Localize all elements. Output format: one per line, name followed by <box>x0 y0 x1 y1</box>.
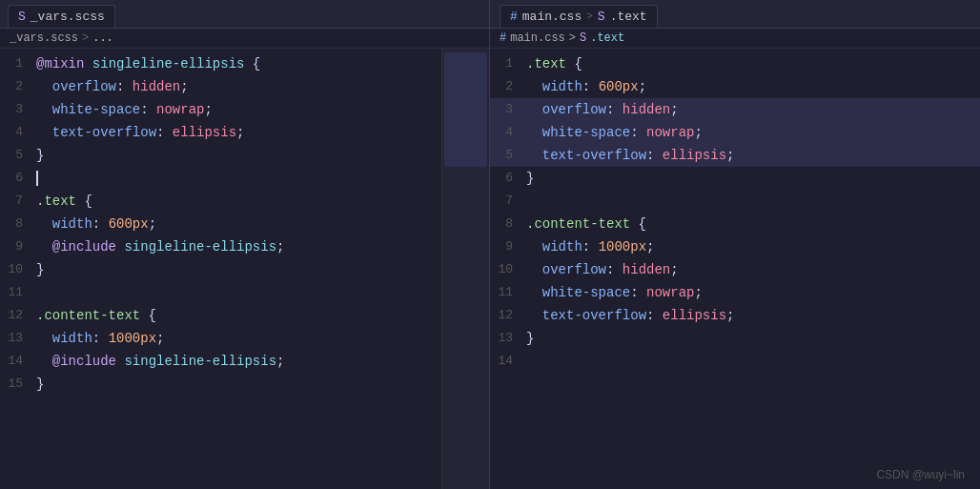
right-breadcrumb-section: .text <box>590 31 624 45</box>
line-number: 11 <box>490 282 526 303</box>
line-number: 1 <box>0 53 36 74</box>
line-number: 6 <box>490 168 526 189</box>
line-number: 14 <box>0 351 36 372</box>
breadcrumb-sep: > <box>82 31 89 45</box>
line-number: 12 <box>0 305 36 326</box>
line-number: 12 <box>490 305 526 326</box>
line-content: width: 1000px; <box>36 328 441 349</box>
line-content: } <box>36 145 441 166</box>
line-content: } <box>36 259 441 280</box>
code-line: 9 @include singleline-ellipsis; <box>0 235 441 258</box>
line-content: .content-text { <box>526 214 980 234</box>
line-content <box>36 168 441 189</box>
code-line: 10} <box>0 258 441 281</box>
line-content: overflow: hidden; <box>526 259 980 280</box>
line-number: 14 <box>490 351 526 372</box>
right-tab-icon2: S <box>598 10 605 24</box>
line-number: 5 <box>490 145 526 166</box>
code-line: 6} <box>490 167 980 190</box>
right-breadcrumb: # main.css > S .text <box>490 29 980 49</box>
code-line: 5} <box>0 144 441 167</box>
right-tab-file2: .text <box>610 10 647 24</box>
code-line: 7.text { <box>0 190 441 213</box>
line-content: white-space: nowrap; <box>36 99 441 120</box>
code-line: 5 text-overflow: ellipsis; <box>490 144 980 167</box>
line-content: .text { <box>526 53 980 74</box>
line-number: 13 <box>490 328 526 349</box>
text-cursor <box>36 171 38 186</box>
right-tab[interactable]: # main.css > S .text <box>500 5 658 28</box>
line-number: 10 <box>490 259 526 280</box>
right-breadcrumb-file: main.css <box>510 31 565 45</box>
line-content: width: 600px; <box>526 76 980 97</box>
line-number: 4 <box>490 122 526 143</box>
line-number: 7 <box>490 191 526 212</box>
code-line: 11 <box>0 281 441 304</box>
line-number: 8 <box>0 214 36 234</box>
line-number: 4 <box>0 122 36 143</box>
line-number: 3 <box>0 99 36 120</box>
line-content: overflow: hidden; <box>36 76 441 97</box>
line-content: width: 1000px; <box>526 236 980 257</box>
code-line: 10 overflow: hidden; <box>490 258 980 281</box>
right-tab-sep: > <box>586 10 593 22</box>
code-line: 6 <box>0 167 441 190</box>
right-breadcrumb-sep: > <box>569 31 576 45</box>
line-content: @include singleline-ellipsis; <box>36 351 441 372</box>
line-content: overflow: hidden; <box>526 99 980 120</box>
line-content: text-overflow: ellipsis; <box>526 145 980 166</box>
code-line: 4 white-space: nowrap; <box>490 121 980 144</box>
code-line: 4 text-overflow: ellipsis; <box>0 121 441 144</box>
line-number: 15 <box>0 374 36 395</box>
line-content: text-overflow: ellipsis; <box>36 122 441 143</box>
right-breadcrumb-icon: S <box>580 31 586 45</box>
line-content: @include singleline-ellipsis; <box>36 236 441 257</box>
code-line: 15} <box>0 373 441 396</box>
code-line: 12.content-text { <box>0 304 441 327</box>
code-line: 14 @include singleline-ellipsis; <box>0 350 441 373</box>
line-number: 2 <box>490 76 526 97</box>
line-content: } <box>526 168 980 189</box>
breadcrumb-hash-icon: # <box>500 31 506 45</box>
code-line: 13} <box>490 327 980 350</box>
line-content: } <box>36 374 441 395</box>
right-code-area[interactable]: 1.text {2 width: 600px;3 overflow: hidde… <box>490 49 980 489</box>
code-line: 11 white-space: nowrap; <box>490 281 980 304</box>
line-number: 9 <box>490 236 526 257</box>
left-breadcrumb: _vars.scss > ... <box>0 29 489 49</box>
line-content: } <box>526 328 980 349</box>
left-tab-bar: S _vars.scss <box>0 0 489 29</box>
left-editor-wrapper: 1@mixin singleline-ellipsis {2 overflow:… <box>0 49 489 489</box>
code-line: 8 width: 600px; <box>0 213 441 235</box>
code-line: 2 width: 600px; <box>490 75 980 98</box>
line-number: 8 <box>490 214 526 234</box>
code-line: 14 <box>490 350 980 373</box>
code-line: 8.content-text { <box>490 213 980 235</box>
line-content: .content-text { <box>36 305 441 326</box>
code-line: 3 white-space: nowrap; <box>0 98 441 121</box>
hash-icon: # <box>510 10 518 24</box>
line-content: .text { <box>36 191 441 212</box>
code-line: 7 <box>490 190 980 213</box>
line-content: text-overflow: ellipsis; <box>526 305 980 326</box>
right-tab-bar: # main.css > S .text <box>490 0 980 29</box>
code-line: 3 overflow: hidden; <box>490 98 980 121</box>
line-content: width: 600px; <box>36 214 441 234</box>
line-number: 5 <box>0 145 36 166</box>
line-content: @mixin singleline-ellipsis { <box>36 53 441 74</box>
code-line: 12 text-overflow: ellipsis; <box>490 304 980 327</box>
left-code-area[interactable]: 1@mixin singleline-ellipsis {2 overflow:… <box>0 49 441 489</box>
code-line: 2 overflow: hidden; <box>0 75 441 98</box>
breadcrumb-section: ... <box>92 31 113 45</box>
code-line: 13 width: 1000px; <box>0 327 441 350</box>
left-tab[interactable]: S _vars.scss <box>8 5 115 28</box>
code-line: 1.text { <box>490 52 980 75</box>
watermark: CSDN @wuyi~lin <box>876 468 965 481</box>
breadcrumb-file: _vars.scss <box>10 31 78 45</box>
code-line: 1@mixin singleline-ellipsis { <box>0 52 441 75</box>
line-number: 9 <box>0 236 36 257</box>
line-content: white-space: nowrap; <box>526 122 980 143</box>
minimap-thumb <box>444 52 487 167</box>
left-minimap <box>441 49 489 489</box>
line-number: 13 <box>0 328 36 349</box>
